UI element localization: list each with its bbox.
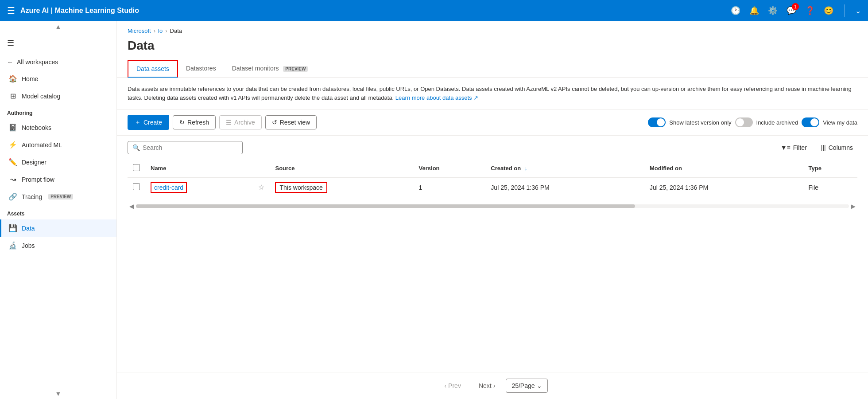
row-checkbox-cell (128, 177, 145, 197)
sidebar-item-automated-ml[interactable]: ⚡ Automated ML (0, 136, 116, 153)
reset-icon: ↺ (272, 119, 277, 126)
filter-icon: ▼≡ (781, 144, 790, 151)
layout: ▲ ☰ ← All workspaces 🏠 Home ⊞ Model cata… (0, 21, 868, 399)
row-created-cell: Jul 25, 2024 1:36 PM (485, 177, 644, 197)
sidebar-item-designer[interactable]: ✏️ Designer (0, 153, 116, 171)
breadcrumb-sep-1: › (154, 27, 155, 34)
sort-arrow-icon: ↓ (524, 165, 527, 172)
scroll-left-arrow[interactable]: ◀ (128, 201, 136, 211)
col-name[interactable]: Name (145, 160, 253, 177)
tracing-icon: 🔗 (8, 192, 17, 201)
reset-view-button[interactable]: ↺ Reset view (265, 115, 317, 129)
row-star-icon[interactable]: ☆ (258, 184, 264, 191)
columns-icon: ||| (821, 144, 826, 151)
sidebar-item-data[interactable]: 💾 Data (0, 219, 116, 237)
view-my-data-toggle-group: View my data (802, 117, 857, 127)
sidebar-scroll-up[interactable]: ▲ (0, 21, 116, 32)
sidebar-item-notebooks-label: Notebooks (22, 124, 51, 131)
learn-more-link[interactable]: Learn more about data assets ↗ (395, 94, 478, 101)
sidebar-back-label: All workspaces (17, 59, 58, 66)
columns-button[interactable]: ||| Columns (817, 141, 857, 154)
main-content: Microsoft › lo › Data Data Data assets D… (117, 21, 868, 399)
row-source-cell: This workspace (270, 177, 413, 197)
col-source-label: Source (275, 165, 294, 172)
refresh-icon: ↻ (179, 119, 185, 126)
include-archived-label: Include archived (756, 119, 798, 126)
topbar-divider (844, 4, 845, 17)
search-input[interactable] (143, 144, 238, 151)
col-source[interactable]: Source (270, 160, 413, 177)
view-my-data-label: View my data (823, 119, 857, 126)
settings-icon[interactable]: ⚙️ (768, 6, 778, 16)
bell-icon[interactable]: 🔔 (749, 6, 759, 16)
data-table: Name Source Version Created on ↓ (128, 160, 857, 197)
tab-data-assets[interactable]: Data assets (128, 60, 178, 78)
toolbar: ＋ Create ↻ Refresh ☰ Archive ↺ Reset vie… (117, 110, 868, 136)
sidebar-assets-label: Assets (0, 205, 116, 219)
refresh-button[interactable]: ↻ Refresh (173, 115, 216, 129)
prev-arrow-icon: ‹ (444, 382, 446, 389)
breadcrumb-lo[interactable]: lo (158, 27, 163, 34)
menu-icon[interactable]: ☰ (7, 5, 15, 16)
topbar-icons: 🕐 🔔 ⚙️ 💬 1 ❓ 😊 ⌄ (731, 4, 861, 17)
col-modified-on[interactable]: Modified on (644, 160, 803, 177)
filter-button[interactable]: ▼≡ Filter (776, 141, 811, 154)
next-label: Next (479, 382, 492, 389)
page-size-chevron-icon: ⌄ (537, 382, 542, 389)
row-modified-cell: Jul 25, 2024 1:36 PM (644, 177, 803, 197)
sidebar-item-notebooks[interactable]: 📓 Notebooks (0, 119, 116, 136)
sidebar-item-tracing[interactable]: 🔗 Tracing PREVIEW (0, 188, 116, 205)
scroll-right-arrow[interactable]: ▶ (849, 201, 857, 211)
show-latest-toggle[interactable] (648, 117, 666, 127)
page-size-select[interactable]: 25/Page ⌄ (506, 379, 547, 393)
help-icon[interactable]: ❓ (805, 6, 815, 16)
row-checkbox[interactable] (133, 183, 140, 190)
jobs-icon: 🔬 (8, 241, 17, 250)
tab-dataset-monitors-label: Dataset monitors (232, 65, 279, 72)
sidebar-item-jobs[interactable]: 🔬 Jobs (0, 237, 116, 254)
sidebar: ▲ ☰ ← All workspaces 🏠 Home ⊞ Model cata… (0, 21, 117, 399)
col-version-label: Version (419, 165, 440, 172)
col-created-on[interactable]: Created on ↓ (485, 160, 644, 177)
tracing-preview-badge: PREVIEW (48, 194, 73, 200)
col-star[interactable] (253, 160, 270, 177)
select-all-checkbox-header[interactable] (128, 160, 145, 177)
next-button[interactable]: Next › (472, 379, 502, 393)
sidebar-menu-button[interactable]: ☰ (0, 32, 116, 54)
scrollbar-track[interactable] (136, 204, 849, 208)
breadcrumb-data: Data (170, 27, 182, 34)
sidebar-item-prompt-flow[interactable]: ↝ Prompt flow (0, 171, 116, 188)
table-header: Name Source Version Created on ↓ (128, 160, 857, 177)
row-star-cell: ☆ (253, 177, 270, 197)
create-button[interactable]: ＋ Create (128, 115, 169, 130)
archive-button[interactable]: ☰ Archive (219, 115, 262, 129)
data-icon: 💾 (8, 224, 17, 232)
sidebar-item-model-catalog[interactable]: ⊞ Model catalog (0, 87, 116, 105)
sidebar-item-home[interactable]: 🏠 Home (0, 70, 116, 87)
scrollbar-thumb[interactable] (136, 204, 635, 208)
sidebar-scroll-down[interactable]: ▼ (0, 388, 116, 399)
reset-view-label: Reset view (280, 119, 310, 126)
search-input-wrap[interactable]: 🔍 (128, 141, 243, 154)
breadcrumb-microsoft[interactable]: Microsoft (128, 27, 151, 34)
topbar-chevron-icon[interactable]: ⌄ (855, 7, 861, 15)
row-name-link[interactable]: credit-card (151, 182, 187, 193)
history-icon[interactable]: 🕐 (731, 6, 740, 16)
tab-datastores[interactable]: Datastores (178, 60, 224, 77)
search-icon: 🔍 (132, 144, 140, 151)
col-version[interactable]: Version (414, 160, 486, 177)
show-latest-knob (657, 118, 665, 126)
col-type[interactable]: Type (803, 160, 858, 177)
account-icon[interactable]: 😊 (824, 6, 833, 16)
feedback-icon[interactable]: 💬 1 (787, 6, 796, 16)
sidebar-item-tracing-label: Tracing (22, 193, 42, 200)
tab-dataset-monitors[interactable]: Dataset monitors PREVIEW (224, 60, 316, 77)
view-my-data-toggle[interactable] (802, 117, 819, 127)
row-version-cell: 1 (414, 177, 486, 197)
prev-label: Prev (448, 382, 461, 389)
include-archived-toggle[interactable] (735, 117, 753, 127)
sidebar-back-button[interactable]: ← All workspaces (0, 54, 116, 70)
select-all-checkbox[interactable] (133, 164, 140, 171)
create-label: Create (143, 119, 162, 126)
prev-button[interactable]: ‹ Prev (437, 379, 468, 393)
